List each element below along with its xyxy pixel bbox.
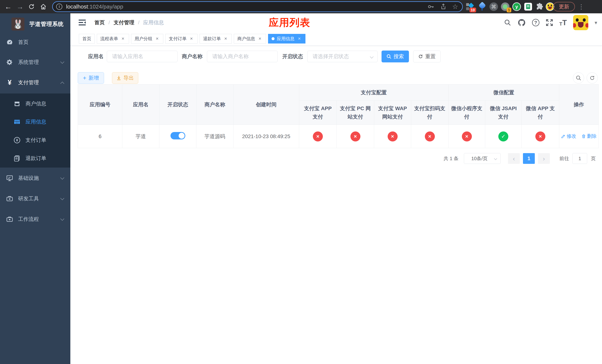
browser-forward-button[interactable]: → bbox=[14, 0, 26, 13]
status-select[interactable]: 请选择开启状态 bbox=[307, 51, 378, 62]
merchant-name-label: 商户名称 bbox=[177, 51, 203, 62]
sidebar-item-workflow[interactable]: 工作流程 bbox=[0, 210, 70, 228]
reset-button[interactable]: 重置 bbox=[413, 51, 441, 62]
help-icon[interactable]: ? bbox=[532, 19, 539, 26]
browser-update-button[interactable]: 更新 bbox=[553, 2, 575, 11]
extension-proxy-icon[interactable]: 1 bbox=[501, 2, 509, 11]
tab-refund-order[interactable]: 退款订单× bbox=[200, 34, 232, 43]
fullscreen-icon[interactable] bbox=[546, 19, 553, 26]
refresh-icon bbox=[418, 54, 423, 59]
refresh-icon bbox=[590, 75, 595, 81]
home-icon bbox=[40, 3, 47, 10]
extension-kite-icon[interactable] bbox=[478, 2, 486, 11]
extension-command-icon[interactable]: ⌘ bbox=[489, 2, 498, 11]
close-icon[interactable]: × bbox=[189, 36, 194, 41]
status-cross-icon: × bbox=[425, 131, 435, 141]
extension-y-icon[interactable]: y bbox=[512, 2, 521, 11]
grid-icon bbox=[13, 119, 21, 125]
next-page-button[interactable]: › bbox=[538, 153, 550, 164]
payment-submenu: 商户信息 应用信息 ¥ 支付订单 退款订单 bbox=[0, 94, 70, 168]
browser-reload-button[interactable] bbox=[26, 0, 37, 13]
search-icon[interactable] bbox=[504, 19, 511, 26]
sidebar-item-payment[interactable]: ¥ 支付管理 bbox=[0, 73, 70, 92]
sidebar-item-system[interactable]: 系统管理 bbox=[0, 53, 70, 72]
sidebar-item-app-info[interactable]: 应用信息 bbox=[0, 113, 70, 131]
col-alipay-wap: 支付宝 WAP 网站支付 bbox=[374, 101, 411, 125]
extension-badge: 1 bbox=[507, 8, 511, 12]
edit-link[interactable]: 修改 bbox=[561, 133, 576, 139]
export-button[interactable]: 导出 bbox=[112, 72, 138, 84]
sidebar-item-label: 首页 bbox=[18, 39, 29, 46]
tab-merchant-info[interactable]: 商户信息× bbox=[234, 34, 266, 43]
page-title: 应用列表 bbox=[269, 16, 310, 30]
goto-page-input[interactable] bbox=[572, 153, 587, 164]
sidebar-item-dev-tools[interactable]: 研发工具 bbox=[0, 189, 70, 208]
avatar-caret-icon[interactable]: ▾ bbox=[595, 20, 597, 26]
col-alipay-qr: 支付宝扫码支付 bbox=[411, 101, 449, 125]
sidebar-item-label: 商户信息 bbox=[26, 100, 46, 107]
close-icon[interactable]: × bbox=[120, 36, 126, 41]
chevron-down-icon bbox=[370, 55, 374, 58]
refresh-table-button[interactable] bbox=[587, 72, 598, 84]
browser-back-button[interactable]: ← bbox=[3, 0, 14, 13]
github-icon[interactable] bbox=[517, 19, 526, 27]
delete-link[interactable]: 删除 bbox=[581, 133, 597, 139]
sidebar-item-pay-order[interactable]: ¥ 支付订单 bbox=[0, 131, 70, 149]
browser-menu-button[interactable]: ⋮ bbox=[578, 0, 585, 13]
password-key-icon[interactable] bbox=[428, 3, 434, 10]
sidebar-item-merchant-info[interactable]: 商户信息 bbox=[0, 95, 70, 113]
shop-icon bbox=[13, 101, 21, 107]
extension-password-icon[interactable]: 10 bbox=[466, 2, 474, 11]
avatar[interactable] bbox=[573, 15, 588, 30]
breadcrumb-payment[interactable]: 支付管理 bbox=[114, 19, 134, 26]
chevron-down-icon bbox=[60, 176, 64, 180]
col-merchant: 商户名称 bbox=[196, 85, 233, 125]
tab-app-info[interactable]: 应用信息× bbox=[268, 34, 305, 43]
share-icon[interactable] bbox=[440, 3, 447, 10]
breadcrumb-home[interactable]: 首页 bbox=[94, 19, 105, 26]
search-button[interactable]: 搜索 bbox=[382, 51, 409, 62]
top-navbar: 首页 / 支付管理 / 应用信息 应用列表 ? TT ▾ bbox=[70, 13, 602, 32]
yen-icon: ¥ bbox=[6, 79, 13, 86]
cell-app-id: 6 bbox=[78, 125, 122, 148]
show-search-button[interactable] bbox=[573, 72, 584, 84]
reload-icon bbox=[28, 3, 35, 10]
url-text: localhost:1024/pay/app bbox=[66, 3, 123, 10]
page-number-button[interactable]: 1 bbox=[523, 153, 535, 164]
site-info-icon[interactable]: i bbox=[56, 3, 62, 10]
tab-home[interactable]: 首页 bbox=[79, 34, 95, 43]
extensions-puzzle-icon[interactable] bbox=[535, 2, 544, 11]
merchant-name-input[interactable] bbox=[207, 51, 278, 62]
sidebar-item-refund-order[interactable]: 退款订单 bbox=[0, 149, 70, 167]
add-button[interactable]: + 新增 bbox=[78, 72, 104, 84]
chevron-down-icon bbox=[60, 196, 64, 200]
address-bar[interactable]: i localhost:1024/pay/app ☆ bbox=[52, 1, 463, 12]
sidebar-item-label: 支付订单 bbox=[26, 137, 46, 144]
tab-pay-order[interactable]: 支付订单× bbox=[165, 34, 197, 43]
sidebar-item-home[interactable]: 首页 bbox=[0, 33, 70, 52]
yen-circle-icon: ¥ bbox=[13, 137, 21, 143]
close-icon[interactable]: × bbox=[257, 36, 262, 41]
tab-process-form[interactable]: 流程表单× bbox=[97, 34, 129, 43]
breadcrumb-current: 应用信息 bbox=[143, 19, 164, 26]
close-icon[interactable]: × bbox=[223, 36, 228, 41]
col-app-id: 应用编号 bbox=[78, 85, 122, 125]
bookmark-star-icon[interactable]: ☆ bbox=[452, 3, 458, 10]
close-icon[interactable]: × bbox=[297, 36, 302, 41]
dashboard-icon bbox=[6, 39, 13, 45]
tab-user-group[interactable]: 用户分组× bbox=[131, 34, 163, 43]
app-name-input[interactable] bbox=[107, 51, 178, 62]
sidebar-item-infrastructure[interactable]: 基础设施 bbox=[0, 169, 70, 187]
extension-notes-icon[interactable] bbox=[524, 2, 532, 11]
app-logo[interactable]: 🐰 芋道管理系统 bbox=[0, 15, 70, 33]
font-size-icon[interactable]: TT bbox=[559, 19, 567, 26]
chevron-down-icon bbox=[60, 217, 64, 221]
page-size-select[interactable]: 10条/页 bbox=[464, 153, 501, 164]
status-toggle[interactable] bbox=[171, 132, 185, 139]
close-icon[interactable]: × bbox=[155, 36, 160, 41]
prev-page-button[interactable]: ‹ bbox=[508, 153, 520, 164]
sidebar-collapse-button[interactable] bbox=[79, 19, 86, 27]
breadcrumb-separator: / bbox=[138, 20, 140, 26]
app-table: 应用编号 应用名 开启状态 商户名称 创建时间 支付宝配置 微信配置 操作 支付… bbox=[78, 84, 599, 148]
browser-home-button[interactable] bbox=[38, 0, 49, 13]
